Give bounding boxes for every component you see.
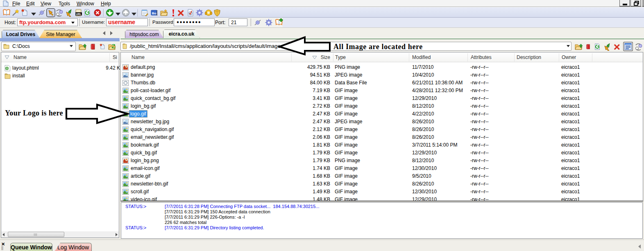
svg-text:URL: URL <box>76 13 81 16</box>
svg-text:Bo: Bo <box>152 11 156 15</box>
